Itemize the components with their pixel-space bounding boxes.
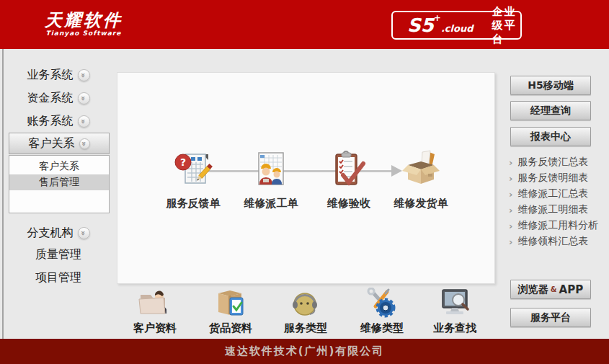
sidebar-item-project-management[interactable]: 项目管理 [0, 268, 117, 287]
report-link-material-requisition-summary[interactable]: › 维修领料汇总表 [509, 234, 607, 249]
sidebar-item-business-system[interactable]: 业务系统 » [0, 66, 117, 84]
product-badge: S5 + .cloud 企业级平台 [391, 11, 522, 40]
quick-item-label: 货品资料 [195, 321, 267, 335]
workflow-panel: ? 服务反馈单 [117, 72, 495, 284]
acceptance-clipboard-icon [309, 149, 388, 188]
report-link-label: 维修领料汇总表 [517, 235, 588, 248]
sidebar-item-label: 质量管理 [35, 247, 81, 262]
report-link-dispatch-material-analysis[interactable]: › 维修派工用料分析 [509, 218, 607, 234]
sidebar-item-label: 账务系统 [27, 114, 74, 129]
business-search-icon [419, 288, 491, 318]
chevron-right-icon: › [509, 173, 512, 184]
report-link-dispatch-summary[interactable]: › 维修派工汇总表 [509, 186, 607, 202]
submenu-item-customer-relations[interactable]: 客户关系 [9, 159, 109, 174]
browser-app-button[interactable]: 浏览器 & APP [510, 280, 591, 299]
report-link-service-feedback-summary[interactable]: › 服务反馈汇总表 [509, 154, 607, 170]
ampersand: & [551, 285, 557, 293]
app-header: 天耀软件 Tianyao Software S5 + .cloud 企业级平台 [0, 0, 609, 49]
workflow-step-label: 维修发货单 [381, 197, 461, 210]
sidebar-item-label: 项目管理 [35, 270, 81, 285]
report-link-label: 服务反馈汇总表 [517, 156, 588, 169]
workflow-step-label: 维修验收 [309, 197, 388, 210]
repair-tools-icon [346, 288, 418, 318]
workflow-step-label: 服务反馈单 [154, 197, 233, 210]
quick-item-service-type[interactable]: 服务类型 [270, 288, 342, 335]
logo-subtitle: Tianyao Software [45, 30, 123, 37]
sidebar-item-label: 分支机构 [27, 226, 74, 241]
chevron-right-icon: › [509, 157, 512, 168]
quick-item-label: 业务查找 [419, 321, 491, 335]
double-chevron-down-icon: » [78, 115, 90, 128]
shipping-box-icon [381, 149, 461, 188]
quick-item-goods-data[interactable]: 货品资料 [195, 288, 267, 335]
quick-item-label: 服务类型 [270, 321, 342, 335]
report-link-label: 维修派工汇总表 [517, 187, 588, 200]
quick-item-repair-type[interactable]: 维修类型 [346, 288, 418, 335]
chevron-right-icon: › [509, 221, 512, 231]
sidebar-item-accounting-system[interactable]: 账务系统 » [0, 112, 117, 130]
workflow-step-service-feedback[interactable]: ? 服务反馈单 [154, 149, 233, 210]
quick-item-label: 维修类型 [346, 321, 418, 335]
quick-item-customer-data[interactable]: 客户资料 [119, 288, 191, 335]
workflow-step-repair-shipment[interactable]: 维修发货单 [381, 149, 461, 210]
goods-box-icon [195, 288, 267, 318]
dispatch-workers-icon [231, 149, 311, 188]
report-link-service-feedback-detail[interactable]: › 服务反馈明细表 [509, 170, 607, 186]
badge-product-name: S5 [407, 16, 434, 35]
submenu-item-after-sales[interactable]: 售后管理 [9, 174, 109, 190]
sidebar-item-capital-system[interactable]: 资金系统 » [0, 89, 117, 107]
badge-platform-label: 企业级平台 [492, 5, 520, 46]
app-footer: 速达软件技术(广州)有限公司 [0, 339, 609, 364]
quick-item-business-search[interactable]: 业务查找 [419, 288, 491, 335]
manager-query-button[interactable]: 经理查询 [510, 101, 591, 120]
workflow-step-label: 维修派工单 [231, 197, 311, 210]
badge-suffix: .cloud [441, 23, 474, 34]
company-logo: 天耀软件 Tianyao Software [45, 12, 123, 37]
report-link-dispatch-detail[interactable]: › 维修派工明细表 [509, 202, 607, 218]
customer-folder-icon [119, 288, 191, 318]
badge-plus: + [434, 13, 441, 23]
footer-company-name: 速达软件技术(广州)有限公司 [225, 345, 385, 358]
customer-relations-submenu: 客户关系 售后管理 [9, 155, 110, 213]
logo-title: 天耀软件 [45, 12, 123, 30]
sidebar-item-customer-relations[interactable]: 客户关系 » [9, 133, 110, 154]
service-headset-icon [270, 288, 342, 318]
chevron-right-icon: › [509, 205, 512, 216]
feedback-form-icon: ? [154, 149, 233, 188]
chevron-right-icon: › [509, 189, 512, 200]
sidebar-item-quality-management[interactable]: 质量管理 [0, 245, 117, 264]
chevron-right-icon: › [509, 236, 512, 247]
double-chevron-down-icon: » [79, 138, 90, 149]
workflow-step-repair-dispatch[interactable]: 维修派工单 [231, 149, 311, 210]
double-chevron-down-icon: » [78, 227, 90, 239]
workflow-step-repair-acceptance[interactable]: 维修验收 [309, 149, 388, 210]
report-link-label: 维修派工用料分析 [517, 219, 598, 232]
double-chevron-down-icon: » [78, 92, 90, 105]
service-platform-button[interactable]: 服务平台 [510, 308, 591, 327]
report-link-label: 服务反馈明细表 [517, 172, 588, 185]
quick-item-label: 客户资料 [119, 321, 191, 335]
app-button-text: APP [559, 283, 584, 296]
double-chevron-down-icon: » [78, 69, 90, 81]
sidebar-item-label: 业务系统 [27, 68, 74, 83]
browser-button-text: 浏览器 [518, 283, 548, 296]
sidebar-item-label: 资金系统 [27, 91, 74, 106]
report-link-label: 维修派工明细表 [517, 203, 588, 216]
report-center-button[interactable]: 报表中心 [510, 127, 591, 146]
sidebar-item-branches[interactable]: 分支机构 » [0, 223, 117, 242]
sidebar-item-label: 客户关系 [29, 136, 75, 151]
svg-text:?: ? [180, 156, 186, 168]
h5-mobile-button[interactable]: H5移动端 [510, 76, 591, 95]
